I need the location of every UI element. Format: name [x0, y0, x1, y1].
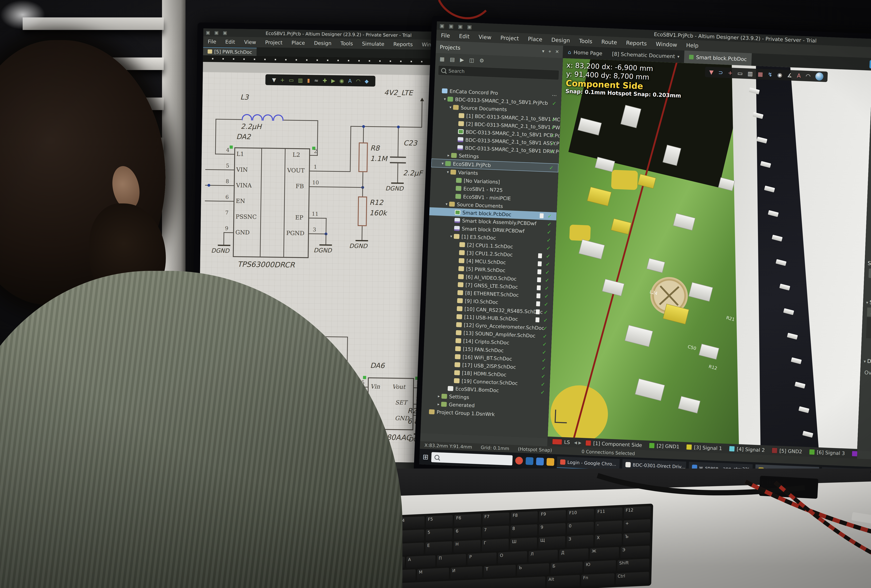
key-н[interactable]: Н	[453, 540, 480, 553]
filter-icon[interactable]: ▼	[709, 69, 714, 76]
menu-item-route[interactable]: Route	[597, 39, 621, 46]
key-f12[interactable]: F12	[624, 506, 651, 519]
tree-expander[interactable]: ▾	[449, 234, 454, 238]
doc-tab-pwr-schdoc[interactable]: [5] PWR.SchDoc	[203, 47, 257, 56]
tree-expander[interactable]: ▾	[445, 170, 450, 174]
doc-tab[interactable]: ⌂Home Page	[563, 46, 608, 60]
key-р[interactable]: Р	[467, 552, 497, 566]
key-f6[interactable]: F6	[454, 514, 481, 527]
layer-set-tab[interactable]: LS	[549, 437, 573, 447]
select-rect-icon[interactable]: ▭	[737, 70, 743, 76]
key-а[interactable]: А	[406, 555, 436, 568]
tree-expander[interactable]: ▾	[444, 202, 449, 206]
part-number-tps63000[interactable]: TPS63000DRCR	[238, 260, 295, 269]
key-е[interactable]: Е	[425, 541, 452, 554]
key-ь[interactable]: Ь	[517, 563, 549, 576]
key-f7[interactable]: F7	[482, 513, 509, 525]
menu-item-reports[interactable]: Reports	[621, 39, 651, 47]
key-б[interactable]: Б	[551, 562, 582, 575]
view-sphere-icon[interactable]	[815, 72, 824, 81]
tree-expander[interactable]: ▸	[436, 402, 441, 406]
explorer-icon[interactable]	[525, 457, 533, 465]
designator-l3[interactable]: L3	[240, 93, 248, 101]
release-icon[interactable]: ▶	[460, 57, 464, 63]
document-icon[interactable]: ▤	[450, 56, 455, 62]
windows-search-input[interactable]	[431, 452, 513, 465]
place-icon[interactable]: ✚	[323, 77, 327, 84]
key-7[interactable]: 7	[482, 526, 509, 539]
wire-icon[interactable]: ▮	[307, 77, 310, 83]
next-layer-icon[interactable]: ▶	[578, 440, 582, 445]
menu-item-design[interactable]: Design	[547, 36, 575, 44]
tree-expander[interactable]: ▾	[448, 105, 453, 109]
arc-icon[interactable]: ◠	[356, 78, 361, 84]
key-6[interactable]: 6	[454, 527, 481, 540]
component-icon[interactable]: ▦	[440, 56, 445, 62]
menu-item-edit[interactable]: Edit	[221, 39, 240, 45]
tree-expander[interactable]: ▸	[436, 394, 441, 398]
key-fn[interactable]: Fn	[581, 573, 614, 587]
designator-r8[interactable]: R8	[370, 144, 380, 152]
menu-item-design[interactable]: Design	[309, 40, 336, 46]
menu-item-place[interactable]: Place	[287, 40, 310, 46]
text-icon[interactable]: A	[797, 72, 801, 79]
value-l3[interactable]: 2.2µH	[241, 122, 262, 131]
layer-tab[interactable]: [3] Signal 1	[683, 442, 725, 453]
move-icon[interactable]: +	[280, 77, 285, 83]
source-tab[interactable]: Server	[868, 268, 871, 280]
panel-pin-icon[interactable]: ⌖	[548, 49, 551, 54]
menu-item-reports[interactable]: Reports	[389, 41, 418, 47]
layer-tab[interactable]: [7] PWR	[849, 449, 858, 459]
crosshair-icon[interactable]: +	[728, 69, 733, 76]
key-0[interactable]: 0	[567, 522, 594, 534]
key-г[interactable]: Г	[482, 539, 509, 551]
menu-item-place[interactable]: Place	[523, 36, 547, 43]
key-f5[interactable]: F5	[426, 515, 453, 528]
designator-c23[interactable]: C23	[403, 139, 417, 147]
start-button[interactable]: ⊞	[422, 453, 428, 461]
columns-icon[interactable]: ▥	[747, 70, 753, 77]
menu-item-tools[interactable]: Tools	[336, 40, 358, 47]
tree-expander[interactable]: ▸	[446, 153, 451, 157]
prev-layer-icon[interactable]: ◀	[574, 440, 577, 445]
section-snap-points[interactable]: Snap Points	[866, 299, 871, 307]
menu-item-tools[interactable]: Tools	[574, 37, 597, 45]
key-5[interactable]: 5	[426, 528, 453, 541]
section-display[interactable]: Display	[864, 358, 871, 365]
menu-item-simulate[interactable]: Simulate	[358, 41, 389, 47]
layer-tab[interactable]: [2] GND1	[646, 440, 682, 452]
probe-icon[interactable]: ◉	[339, 78, 344, 84]
settings-icon[interactable]: ⚙	[479, 57, 484, 64]
tree-expander[interactable]: ▾	[440, 161, 445, 166]
text-icon[interactable]: A	[348, 78, 352, 84]
menu-item-file[interactable]: File	[203, 39, 221, 45]
measure-icon[interactable]: ∡	[787, 72, 792, 79]
designator-da2[interactable]: DA2	[236, 133, 251, 141]
chip-icon[interactable]: ▦	[757, 71, 763, 78]
net-label-4v2-lte[interactable]: 4V2_LTE	[384, 88, 413, 97]
menu-item-view[interactable]: View	[239, 39, 260, 45]
poly-icon[interactable]: ◆	[365, 78, 369, 84]
vscode-icon[interactable]	[536, 457, 544, 465]
probe-icon[interactable]: ◉	[777, 72, 782, 78]
key-alt[interactable]: Alt	[547, 575, 580, 588]
taskbar-window-button[interactable]: Login - Google Chro...	[557, 456, 620, 470]
key-ctrl[interactable]: Ctrl	[616, 572, 649, 585]
key-щ[interactable]: Щ	[538, 536, 565, 549]
key-м[interactable]: М	[417, 568, 449, 581]
magnet-icon[interactable]: ⊃	[718, 69, 723, 76]
component-r8[interactable]	[358, 142, 368, 172]
key-х[interactable]: Х	[595, 534, 622, 546]
net-icon[interactable]: ≈	[314, 77, 319, 84]
layer-tab[interactable]: [4] Signal 2	[726, 444, 768, 455]
menu-item-edit[interactable]: Edit	[455, 33, 474, 40]
tree-expander[interactable]: ▾	[442, 97, 447, 101]
key-f8[interactable]: F8	[511, 511, 538, 524]
key-8[interactable]: 8	[510, 524, 537, 537]
key-ж[interactable]: Ж	[590, 547, 619, 560]
menu-item-view[interactable]: View	[474, 33, 496, 40]
menu-item-project[interactable]: Project	[496, 34, 524, 42]
key-т[interactable]: Т	[484, 565, 516, 578]
designator-da6[interactable]: DA6	[370, 361, 385, 370]
buy-now-button[interactable]: Buy Now	[870, 60, 871, 70]
